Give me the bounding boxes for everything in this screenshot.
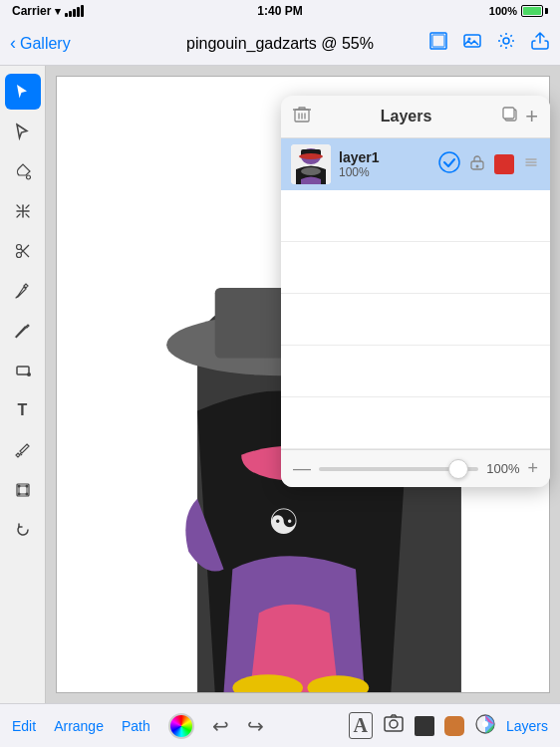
path-button[interactable]: Path bbox=[122, 718, 150, 734]
canvas-area[interactable]: 𝕸 ⚡ bbox=[46, 66, 560, 703]
layer-info: layer1 100% bbox=[339, 149, 430, 179]
share-icon[interactable] bbox=[530, 31, 550, 56]
empty-layers bbox=[281, 190, 550, 449]
empty-row-5 bbox=[281, 397, 550, 449]
status-right: 100% bbox=[489, 5, 548, 17]
empty-row-3 bbox=[281, 294, 550, 346]
layer-lock-icon[interactable] bbox=[468, 153, 486, 176]
layer-color-swatch[interactable] bbox=[494, 154, 514, 174]
nav-actions bbox=[428, 31, 550, 56]
svg-rect-1 bbox=[432, 35, 444, 47]
bar3 bbox=[73, 9, 76, 17]
rectangle-tool[interactable] bbox=[5, 353, 41, 388]
layers-panel-actions: + bbox=[501, 104, 538, 129]
svg-point-6 bbox=[16, 245, 21, 250]
svg-point-7 bbox=[16, 253, 21, 258]
wifi-icon: ▾ bbox=[55, 5, 61, 18]
empty-row-2 bbox=[281, 242, 550, 294]
carrier-label: Carrier bbox=[12, 4, 51, 18]
svg-point-17 bbox=[17, 493, 20, 496]
pen-tool[interactable] bbox=[5, 273, 41, 309]
color-picker-button[interactable] bbox=[168, 713, 194, 739]
svg-point-43 bbox=[301, 167, 321, 175]
status-time: 1:40 PM bbox=[257, 4, 302, 18]
delete-layer-icon[interactable] bbox=[293, 106, 311, 128]
svg-point-15 bbox=[17, 485, 20, 488]
layers-header-icons bbox=[293, 106, 311, 128]
bottom-left-actions: Edit Arrange Path ↩ ↪ bbox=[12, 713, 264, 739]
left-toolbar: T bbox=[0, 66, 46, 703]
status-left: Carrier ▾ bbox=[12, 4, 84, 18]
bar5 bbox=[81, 5, 84, 17]
layers-panel-title: Layers bbox=[381, 108, 432, 125]
status-bar: Carrier ▾ 1:40 PM 100% bbox=[0, 0, 560, 22]
arrange-button[interactable]: Arrange bbox=[54, 718, 104, 734]
camera-icon[interactable] bbox=[383, 712, 405, 740]
battery-icon bbox=[521, 5, 548, 17]
pencil-tool[interactable] bbox=[5, 313, 41, 349]
zoom-slider-thumb[interactable] bbox=[448, 459, 468, 479]
text-style-icon[interactable]: A bbox=[349, 712, 373, 739]
document-title: pingouin_gadzarts @ 55% bbox=[186, 35, 374, 53]
svg-point-44 bbox=[439, 152, 459, 172]
redo-button[interactable]: ↪ bbox=[247, 714, 264, 738]
eyedropper-tool[interactable] bbox=[5, 432, 41, 468]
svg-point-53 bbox=[482, 721, 488, 727]
main-area: T bbox=[0, 66, 560, 703]
svg-rect-38 bbox=[503, 108, 514, 119]
svg-point-4 bbox=[503, 38, 509, 44]
crop-tool[interactable] bbox=[5, 472, 41, 508]
back-chevron-icon: ‹ bbox=[10, 33, 16, 54]
select-tool[interactable] bbox=[5, 74, 41, 110]
battery-fill bbox=[523, 7, 541, 15]
bar4 bbox=[77, 7, 80, 17]
zoom-slider-track[interactable] bbox=[319, 467, 478, 471]
transform-tool[interactable] bbox=[5, 193, 41, 229]
subselect-tool[interactable] bbox=[5, 114, 41, 149]
layers-panel: Layers + bbox=[281, 96, 550, 487]
image-icon[interactable] bbox=[462, 31, 482, 56]
svg-line-8 bbox=[21, 249, 29, 257]
svg-point-11 bbox=[27, 373, 31, 376]
undo-button[interactable]: ↩ bbox=[212, 714, 229, 738]
text-tool[interactable]: T bbox=[5, 392, 41, 428]
layers-header: Layers + bbox=[281, 96, 550, 138]
zoom-percentage: 100% bbox=[486, 461, 519, 476]
bottom-toolbar: Edit Arrange Path ↩ ↪ A Layers bbox=[0, 703, 560, 747]
svg-line-9 bbox=[21, 245, 29, 253]
layer-item[interactable]: layer1 100% bbox=[281, 138, 550, 190]
edit-button[interactable]: Edit bbox=[12, 718, 36, 734]
duplicate-layer-icon[interactable] bbox=[501, 106, 519, 127]
signal-bars bbox=[65, 5, 84, 17]
svg-rect-50 bbox=[385, 717, 403, 731]
nav-back[interactable]: ‹ Gallery bbox=[10, 33, 71, 54]
shape-square-icon[interactable] bbox=[415, 716, 434, 736]
battery-tip bbox=[545, 8, 548, 14]
bar2 bbox=[69, 11, 72, 17]
zoom-plus-icon[interactable]: + bbox=[527, 458, 538, 479]
battery-pct: 100% bbox=[489, 5, 517, 17]
svg-point-5 bbox=[26, 175, 30, 179]
layers-button[interactable]: Layers bbox=[506, 718, 548, 734]
bottom-right-actions: A Layers bbox=[349, 712, 548, 740]
scissors-tool[interactable] bbox=[5, 233, 41, 269]
svg-text:☯: ☯ bbox=[268, 502, 299, 541]
zoom-minus-icon[interactable]: — bbox=[293, 458, 311, 479]
layer-opacity: 100% bbox=[339, 165, 430, 179]
add-layer-icon[interactable]: + bbox=[525, 104, 538, 129]
svg-rect-14 bbox=[19, 486, 27, 494]
layer-visibility-icon[interactable] bbox=[438, 151, 460, 178]
paint-bucket-tool[interactable] bbox=[5, 153, 41, 189]
color-palette-icon[interactable] bbox=[474, 713, 496, 739]
svg-point-51 bbox=[390, 720, 398, 728]
bar1 bbox=[65, 13, 68, 17]
svg-point-42 bbox=[299, 153, 323, 159]
layer-drag-handle[interactable] bbox=[522, 153, 540, 176]
empty-row-4 bbox=[281, 346, 550, 397]
settings-icon[interactable] bbox=[496, 31, 516, 56]
svg-point-16 bbox=[25, 485, 28, 488]
shape-rounded-icon[interactable] bbox=[444, 716, 464, 736]
rotate-tool[interactable] bbox=[5, 512, 41, 548]
gallery-back-label[interactable]: Gallery bbox=[20, 35, 71, 53]
frame-icon[interactable] bbox=[428, 31, 448, 56]
